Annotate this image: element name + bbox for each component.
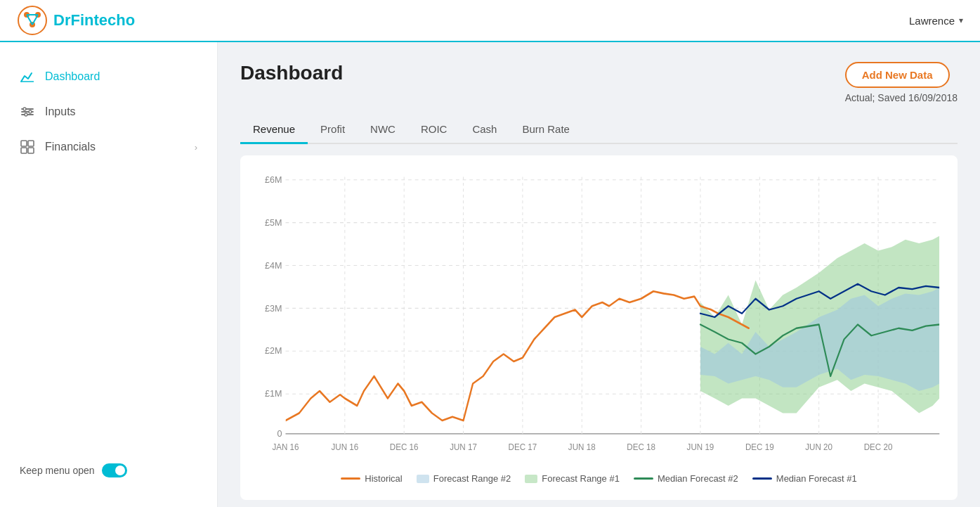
sidebar-item-dashboard[interactable]: Dashboard [0, 59, 217, 94]
svg-text:JUN 20: JUN 20 [805, 442, 832, 453]
legend-forecast-range-2-label: Forecast Range #2 [433, 473, 511, 484]
svg-text:DEC 17: DEC 17 [509, 442, 537, 453]
saved-info: Actual; Saved 16/09/2018 [845, 92, 958, 103]
sidebar-item-inputs[interactable]: Inputs [0, 94, 217, 129]
svg-text:JUN 18: JUN 18 [568, 442, 596, 453]
legend-median-forecast-2-label: Median Forecast #2 [658, 473, 738, 484]
main-content: Dashboard Add New Data Actual; Saved 16/… [218, 42, 980, 507]
svg-text:DEC 20: DEC 20 [864, 442, 893, 453]
svg-text:JAN 16: JAN 16 [272, 442, 299, 453]
svg-text:£3M: £3M [265, 302, 282, 314]
financials-icon [20, 139, 35, 155]
svg-point-0 [18, 6, 46, 34]
sidebar: Dashboard Inputs [0, 42, 218, 507]
svg-line-5 [27, 15, 32, 25]
svg-rect-16 [21, 148, 27, 153]
svg-text:DEC 19: DEC 19 [745, 442, 774, 453]
svg-text:0: 0 [277, 428, 282, 439]
svg-text:£2M: £2M [265, 345, 282, 357]
user-name: Lawrence [909, 15, 955, 27]
chart-container: £6M £5M £4M £3M £2M £1M 0 [240, 155, 958, 500]
logo-text: DrFintecho [53, 11, 135, 30]
legend-forecast-range-2-rect [417, 475, 429, 483]
svg-rect-15 [28, 141, 34, 146]
legend-forecast-range-1: Forecast Range #1 [525, 473, 620, 484]
tab-roic[interactable]: ROIC [408, 116, 460, 144]
tab-nwc[interactable]: NWC [358, 116, 408, 144]
dashboard-icon [20, 69, 35, 84]
keep-menu-toggle[interactable] [102, 463, 127, 477]
svg-rect-14 [21, 141, 27, 146]
chart-tabs: Revenue Profit NWC ROIC Cash Burn Rate [240, 116, 958, 144]
legend-historical: Historical [341, 473, 402, 484]
legend-median-forecast-2: Median Forecast #2 [634, 473, 738, 484]
legend-median-forecast-2-line [634, 477, 653, 480]
chevron-down-icon: ▾ [959, 15, 963, 25]
legend-historical-label: Historical [365, 473, 402, 484]
app-header: DrFintecho Lawrence ▾ [0, 0, 980, 42]
legend-forecast-range-1-label: Forecast Range #1 [542, 473, 620, 484]
tab-burn-rate[interactable]: Burn Rate [509, 116, 582, 144]
revenue-chart: £6M £5M £4M £3M £2M £1M 0 [251, 169, 946, 465]
add-new-data-button[interactable]: Add New Data [845, 62, 950, 88]
legend-median-forecast-1-label: Median Forecast #1 [776, 473, 857, 484]
svg-point-11 [23, 108, 26, 110]
svg-text:DEC 16: DEC 16 [390, 442, 419, 453]
inputs-icon [20, 104, 35, 120]
svg-text:£6M: £6M [265, 174, 282, 185]
page-title: Dashboard [240, 62, 343, 84]
svg-point-12 [29, 110, 32, 113]
tab-revenue[interactable]: Revenue [240, 116, 308, 144]
svg-point-13 [25, 113, 27, 116]
user-menu[interactable]: Lawrence ▾ [909, 15, 963, 27]
legend-median-forecast-1: Median Forecast #1 [752, 473, 857, 484]
svg-text:£5M: £5M [265, 217, 282, 228]
chart-legend: Historical Forecast Range #2 Forecast Ra… [251, 473, 946, 484]
svg-rect-17 [28, 148, 34, 153]
legend-historical-line [341, 477, 360, 480]
sidebar-item-financials[interactable]: Financials › [0, 129, 217, 165]
tab-profit[interactable]: Profit [308, 116, 358, 144]
svg-text:JUN 17: JUN 17 [450, 442, 477, 453]
legend-forecast-range-2: Forecast Range #2 [417, 473, 511, 484]
svg-text:JUN 19: JUN 19 [687, 442, 714, 453]
header-right: Add New Data Actual; Saved 16/09/2018 [845, 62, 958, 103]
main-header: Dashboard Add New Data Actual; Saved 16/… [240, 62, 958, 103]
sidebar-item-label-financials: Financials [45, 141, 185, 153]
svg-line-6 [32, 15, 38, 25]
tab-cash[interactable]: Cash [459, 116, 509, 144]
logo-icon [17, 5, 48, 36]
svg-text:£4M: £4M [265, 259, 282, 271]
svg-text:£1M: £1M [265, 388, 282, 399]
svg-text:DEC 18: DEC 18 [627, 442, 655, 453]
sidebar-item-label-inputs: Inputs [45, 105, 197, 118]
svg-text:JUN 16: JUN 16 [331, 442, 358, 453]
sidebar-item-label-dashboard: Dashboard [45, 70, 197, 83]
chevron-right-icon: › [195, 142, 197, 153]
legend-median-forecast-1-line [752, 477, 772, 480]
keep-menu-open-label: Keep menu open [20, 465, 95, 476]
logo: DrFintecho [17, 5, 135, 36]
legend-forecast-range-1-rect [525, 475, 537, 483]
sidebar-footer: Keep menu open [0, 451, 217, 490]
